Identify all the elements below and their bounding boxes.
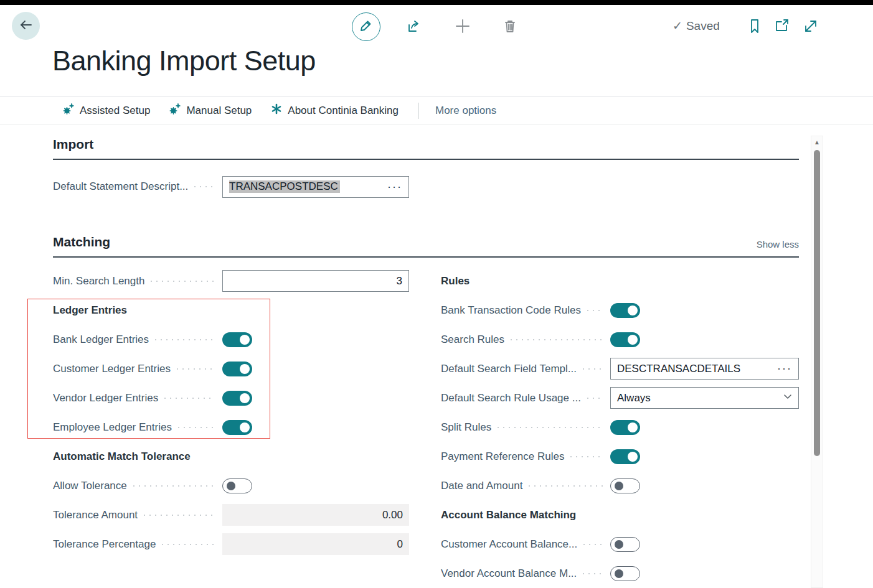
employee-ledger-entries-toggle[interactable] [222,420,252,435]
action-assisted-setup[interactable]: Assisted Setup [62,103,150,118]
vertical-scrollbar[interactable]: ▲ [811,136,823,588]
field-label: Date and Amount [441,480,522,492]
allow-tolerance-row: Allow Tolerance [53,471,409,500]
toggle-container [222,362,409,376]
date-and-amount-toggle[interactable] [610,478,640,493]
dotted-leader [498,427,603,428]
show-less-link[interactable]: Show less [757,239,799,250]
check-icon: ✓ [672,19,682,33]
delete-button[interactable] [501,18,519,37]
bookmark-button[interactable] [746,18,763,37]
setup-gear-sparkle-icon [169,103,181,118]
dotted-leader [587,310,603,311]
toggle-knob [227,482,235,490]
save-status-label: Saved [686,19,720,33]
field-label: Tolerance Percentage [53,538,156,551]
matching-left-column: Min. Search Length 3 Ledger Entries Bank… [53,266,409,559]
toggle-container [610,449,799,464]
dotted-leader [583,368,603,370]
import-section-header: Import [53,137,799,160]
new-button[interactable] [453,18,472,37]
back-button[interactable] [12,12,40,40]
allow-tolerance-toggle[interactable] [222,478,252,493]
dotted-leader [529,485,603,487]
default-statement-description-input[interactable]: TRANSACPOSTDESC ··· [222,176,409,198]
action-manual-setup[interactable]: Manual Setup [169,103,252,118]
toggle-knob [628,422,638,432]
field-value: 0.00 [382,509,403,521]
group-header-account-balance-matching: Account Balance Matching [441,500,799,530]
dotted-leader [144,515,215,516]
plus-icon [454,17,471,37]
field-label: Min. Search Length [53,275,144,287]
share-button[interactable] [405,19,423,36]
expand-diagonal-icon [803,18,819,37]
toggle-knob [628,335,638,345]
default-search-rule-usage-row: Default Search Rule Usage ... Always [441,383,799,413]
field-label: Bank Transaction Code Rules [441,304,581,317]
field-label: Employee Ledger Entries [53,421,172,434]
window-top-bar [0,0,873,5]
toggle-knob [615,540,623,549]
vendor-account-balance-toggle[interactable] [610,566,640,581]
matching-right-column: Rules Bank Transaction Code Rules Search… [441,266,799,588]
toggle-knob [628,452,638,462]
split-rules-row: Split Rules [441,413,799,442]
assist-edit-icon[interactable]: ··· [777,362,792,375]
open-in-window-button[interactable] [773,19,791,36]
min-search-length-input[interactable]: 3 [222,270,409,292]
dotted-leader [511,339,603,340]
toggle-knob [240,335,250,345]
dotted-leader [178,427,215,428]
assist-edit-icon[interactable]: ··· [387,180,402,194]
divider [0,124,873,124]
search-rules-toggle[interactable] [610,332,640,347]
field-value: 0 [397,538,403,551]
selected-text: TRANSACPOSTDESC [229,180,340,193]
field-label: Tolerance Amount [53,509,138,521]
field-label: Bank Ledger Entries [53,334,149,346]
group-header-ledger-entries: Ledger Entries [53,296,409,325]
bank-ledger-entries-toggle[interactable] [222,332,252,347]
field-label: Default Search Rule Usage ... [441,392,581,404]
customer-ledger-entries-toggle[interactable] [222,362,252,376]
save-status: ✓ Saved [672,19,720,33]
group-header-automatic-match-tolerance: Automatic Match Tolerance [53,442,409,471]
action-label: Manual Setup [186,105,252,117]
expand-page-button[interactable] [801,18,820,37]
field-label: Default Statement Descript... [53,180,188,193]
group-header-rules: Rules [441,266,799,296]
action-bar: Assisted Setup Manual Setup About Contin… [62,97,496,124]
default-search-rule-usage-select[interactable]: Always [610,387,799,409]
more-options-button[interactable]: More options [435,105,496,117]
page-title: Banking Import Setup [52,45,316,77]
vendor-ledger-entries-row: Vendor Ledger Entries [53,383,409,413]
pencil-icon [359,19,373,35]
tolerance-percentage-input: 0 [222,533,409,555]
field-label: Vendor Ledger Entries [53,392,158,404]
tolerance-amount-input: 0.00 [222,504,409,526]
payment-reference-rules-toggle[interactable] [610,449,640,464]
bank-transaction-code-rules-toggle[interactable] [610,303,640,318]
scrollbar-up-arrow-icon[interactable]: ▲ [811,139,823,146]
dotted-leader [583,573,603,574]
customer-account-balance-row: Customer Account Balance... [441,530,799,559]
section-title: Matching [53,235,110,250]
split-rules-toggle[interactable] [610,420,640,435]
chevron-down-icon [782,391,793,405]
payment-reference-rules-row: Payment Reference Rules [441,442,799,471]
tolerance-amount-row: Tolerance Amount 0.00 [53,500,409,530]
trash-icon [502,18,518,37]
back-arrow-icon [19,17,34,35]
edit-button[interactable] [352,12,380,41]
default-search-field-template-input[interactable]: DESCTRANSACDETAILS ··· [610,358,799,380]
bookmark-icon [748,18,762,37]
action-label: About Continia Banking [288,105,399,117]
customer-account-balance-toggle[interactable] [610,537,640,552]
scrollbar-thumb[interactable] [814,150,820,456]
action-about-continia-banking[interactable]: About Continia Banking [270,103,399,118]
vendor-ledger-entries-toggle[interactable] [222,391,252,406]
field-value: TRANSACPOSTDESC [229,180,382,193]
dotted-leader [194,186,215,187]
toggle-knob [240,393,250,403]
